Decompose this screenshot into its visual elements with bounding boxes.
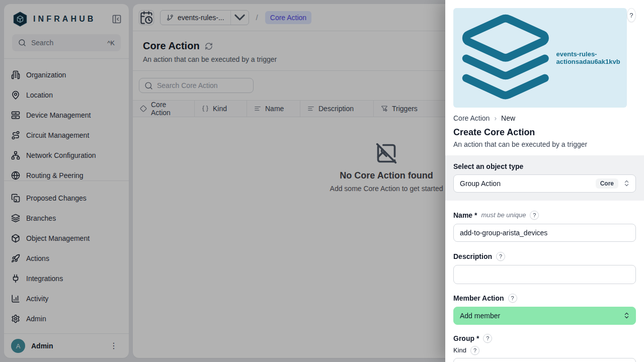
name-hint: must be unique xyxy=(481,211,526,219)
member-action-help-icon[interactable]: ? xyxy=(508,294,517,303)
kind-select[interactable]: Standard Group Core xyxy=(453,358,636,362)
branch-badge-label: events-rules-actionsadau6ak1kvb xyxy=(556,50,622,65)
chevrons-up-down-icon xyxy=(623,179,630,187)
create-form: Name * must be unique ? Description ? Me… xyxy=(445,201,644,362)
kind-label-row: Kind ? xyxy=(453,346,636,355)
layers-icon xyxy=(458,11,553,105)
group-label-row: Group * ? xyxy=(453,334,636,343)
branch-badge: events-rules-actionsadau6ak1kvb xyxy=(453,8,627,108)
name-help-icon[interactable]: ? xyxy=(530,211,539,220)
description-help-icon[interactable]: ? xyxy=(496,252,505,261)
object-type-label: Select an object type xyxy=(453,162,636,170)
description-label-row: Description ? xyxy=(453,252,636,261)
panel-help-button[interactable]: ? xyxy=(627,8,636,22)
panel-subtitle: An action that can be executed by a trig… xyxy=(453,140,636,148)
panel-title: Create Core Action xyxy=(453,127,636,138)
panel-breadcrumb-separator: › xyxy=(494,114,497,122)
required-asterisk: * xyxy=(474,211,477,219)
name-label-row: Name * must be unique ? xyxy=(453,211,636,220)
name-input[interactable] xyxy=(453,224,636,242)
chevrons-up-down-icon xyxy=(623,312,630,319)
member-action-value: Add member xyxy=(460,312,618,320)
panel-breadcrumb-current: New xyxy=(501,114,515,122)
core-badge: Core xyxy=(596,178,618,189)
panel-breadcrumb-parent[interactable]: Core Action xyxy=(453,114,490,122)
panel-breadcrumb: Core Action › New xyxy=(453,114,636,122)
object-type-select[interactable]: Group Action Core xyxy=(453,174,636,193)
description-input[interactable] xyxy=(453,265,636,284)
member-action-select[interactable]: Add member xyxy=(453,307,636,325)
object-type-section: Select an object type Group Action Core xyxy=(445,155,644,201)
object-type-value: Group Action xyxy=(460,179,596,188)
member-action-label-row: Member Action ? xyxy=(453,294,636,303)
kind-help-icon[interactable]: ? xyxy=(470,346,479,355)
required-asterisk: * xyxy=(476,334,479,342)
group-help-icon[interactable]: ? xyxy=(483,334,492,343)
create-core-action-panel: events-rules-actionsadau6ak1kvb ? Core A… xyxy=(445,0,644,362)
panel-header: events-rules-actionsadau6ak1kvb ? Core A… xyxy=(445,0,644,148)
